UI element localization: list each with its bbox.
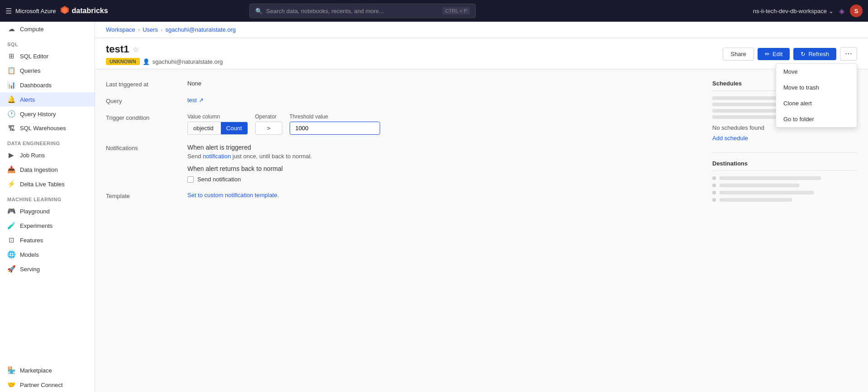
sidebar-item-label: Marketplace — [20, 367, 52, 374]
sidebar-item-serving[interactable]: 🚀 Serving — [0, 262, 95, 276]
compute-icon: ☁ — [7, 25, 15, 33]
threshold-label: Threshold value — [290, 113, 380, 120]
sql-warehouses-icon: 🏗 — [7, 124, 15, 132]
sidebar-item-label: Features — [20, 237, 43, 244]
operator-group: Operator > — [255, 113, 282, 135]
main-layout: ☁ Compute SQL ⊞ SQL Editor 📋 Queries 📊 D… — [0, 22, 868, 392]
owner-row: UNKNOWN 👤 sgachuhi@naturalstate.org — [106, 58, 223, 65]
sidebar-item-features[interactable]: ⊡ Features — [0, 233, 95, 247]
dropdown-item-move[interactable]: Move — [776, 64, 857, 80]
sidebar-item-label: Experiments — [20, 222, 52, 229]
content-area: Workspace › Users › sgachuhi@naturalstat… — [95, 22, 868, 392]
features-icon: ⊡ — [7, 236, 15, 244]
query-link-text: test — [187, 97, 197, 104]
add-schedule-link[interactable]: Add schedule — [712, 135, 748, 142]
topbar: ☰ Microsoft Azure databricks 🔍 Search da… — [0, 0, 868, 22]
sidebar-item-dashboards[interactable]: 📊 Dashboards — [0, 78, 95, 92]
dashboards-icon: 📊 — [7, 81, 15, 89]
external-link-icon: ↗ — [199, 97, 204, 104]
destinations-title: Destinations — [712, 160, 857, 171]
sidebar-item-query-history[interactable]: 🕐 Query History — [0, 107, 95, 121]
last-triggered-value: None — [187, 80, 201, 87]
trigger-condition-label: Trigger condition — [106, 113, 187, 121]
marketplace-icon: 🏪 — [7, 366, 15, 374]
sidebar-item-label: Job Runs — [20, 152, 45, 159]
star-icon[interactable]: ☆ — [133, 45, 139, 54]
alerts-icon: 🔔 — [7, 95, 15, 104]
sidebar-item-experiments[interactable]: 🧪 Experiments — [0, 218, 95, 233]
value-column-selector[interactable]: objectid Count — [187, 122, 248, 135]
search-icon: 🔍 — [255, 8, 262, 14]
sidebar-item-delta-live-tables[interactable]: ⚡ Delta Live Tables — [0, 177, 95, 191]
sidebar-item-sql-editor[interactable]: ⊞ SQL Editor — [0, 49, 95, 63]
notification-desc: Send notification just once, until back … — [187, 153, 312, 160]
threshold-input[interactable] — [290, 122, 380, 135]
refresh-icon: ↻ — [801, 51, 806, 57]
models-icon: 🌐 — [7, 250, 15, 259]
dest-dot-2 — [712, 184, 716, 187]
operator-selector[interactable]: > — [255, 122, 282, 135]
dest-line-1 — [712, 176, 857, 180]
chevron-down-icon: ⌄ — [829, 8, 834, 14]
sidebar-item-marketplace[interactable]: 🏪 Marketplace — [0, 363, 95, 378]
sidebar-item-alerts[interactable]: 🔔 Alerts — [0, 92, 95, 107]
avatar[interactable]: S — [850, 5, 863, 17]
sidebar-item-data-ingestion[interactable]: 📥 Data Ingestion — [0, 162, 95, 177]
delta-live-icon: ⚡ — [7, 180, 15, 188]
breadcrumb-workspace[interactable]: Workspace — [106, 26, 135, 33]
edit-icon: ✏ — [765, 51, 770, 57]
data-eng-section-label: Data Engineering — [0, 135, 95, 148]
sidebar-item-label: Data Ingestion — [20, 166, 58, 173]
breadcrumb-users[interactable]: Users — [143, 26, 158, 33]
breadcrumb-sep-1: › — [138, 26, 140, 33]
edit-button[interactable]: ✏ Edit — [758, 48, 790, 60]
ml-section-label: Machine Learning — [0, 191, 95, 204]
sidebar-item-playground[interactable]: 🎮 Playground — [0, 204, 95, 218]
diamond-icon[interactable]: ◈ — [839, 7, 844, 15]
destinations-placeholder — [712, 176, 857, 202]
refresh-button[interactable]: ↻ Microsoft Azure Refresh — [793, 48, 836, 60]
search-shortcut: CTRL + P — [443, 7, 470, 14]
notification-link[interactable]: notification — [203, 153, 231, 160]
sidebar-item-sql-warehouses[interactable]: 🏗 SQL Warehouses — [0, 121, 95, 135]
breadcrumb-sep-2: › — [161, 26, 162, 33]
template-link[interactable]: Set to custom notification template. — [187, 192, 279, 198]
page-title-row: test1 ☆ — [106, 43, 223, 55]
workspace-selector[interactable]: ns-ii-tech-dev-db-workspace ⌄ — [753, 8, 834, 14]
threshold-group: Threshold value — [290, 113, 380, 135]
dest-line-2 — [712, 184, 857, 187]
share-button[interactable]: Share — [723, 47, 754, 61]
global-search[interactable]: 🔍 Search data, notebooks, recents, and m… — [249, 4, 476, 18]
breadcrumb-email[interactable]: sgachuhi@naturalstate.org — [165, 26, 236, 33]
template-label: Template — [106, 192, 187, 199]
sidebar-item-models[interactable]: 🌐 Models — [0, 247, 95, 262]
col-count[interactable]: Count — [221, 122, 248, 134]
databricks-name: databricks — [72, 7, 108, 15]
send-notification-label: Send notification — [197, 176, 241, 183]
more-button[interactable]: ⋯ — [840, 47, 857, 61]
sidebar-item-label: Delta Live Tables — [20, 181, 65, 188]
query-link[interactable]: test ↗ — [187, 97, 204, 104]
notifications-content: When alert is triggered Send notificatio… — [187, 144, 312, 183]
edit-label: Edit — [773, 51, 782, 57]
partner-connect-icon: 🤝 — [7, 381, 15, 389]
sidebar-item-job-runs[interactable]: ▶ Job Runs — [0, 148, 95, 162]
col-objectid[interactable]: objectid — [188, 122, 219, 134]
sidebar-item-queries[interactable]: 📋 Queries — [0, 63, 95, 78]
divider — [712, 152, 857, 153]
owner-icon: 👤 — [143, 58, 150, 65]
hamburger-icon[interactable]: ☰ — [5, 7, 12, 15]
sidebar-item-partner-connect[interactable]: 🤝 Partner Connect — [0, 378, 95, 392]
sidebar: ☁ Compute SQL ⊞ SQL Editor 📋 Queries 📊 D… — [0, 22, 95, 392]
dropdown-item-go-to-folder[interactable]: Go to folder — [776, 111, 857, 127]
dropdown-item-move-to-trash[interactable]: Move to trash — [776, 80, 857, 95]
queries-icon: 📋 — [7, 66, 15, 75]
when-normal-title: When alert returns back to normal — [187, 165, 312, 172]
dest-bar-3 — [720, 191, 814, 194]
sidebar-item-label: Models — [20, 251, 39, 258]
sidebar-item-compute[interactable]: ☁ Compute — [0, 22, 95, 36]
dropdown-item-clone-alert[interactable]: Clone alert — [776, 95, 857, 111]
send-notification-row: Send notification — [187, 176, 312, 183]
send-notification-checkbox[interactable] — [187, 176, 194, 183]
sidebar-item-label: Alerts — [20, 96, 35, 103]
